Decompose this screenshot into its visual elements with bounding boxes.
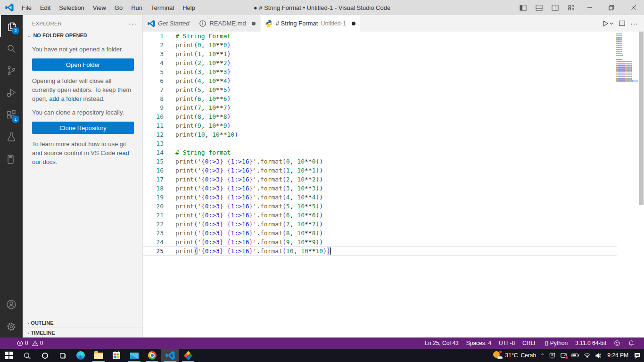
settings-gear-icon[interactable]	[0, 315, 23, 337]
code-line[interactable]: 3print(1, 10**1)	[143, 49, 644, 58]
code-line[interactable]: 14# String format	[143, 148, 644, 157]
source-control-icon[interactable]	[0, 59, 23, 82]
eol-sequence[interactable]: CRLF	[519, 337, 541, 349]
code-line[interactable]: 24print('{0:>3} {1:>16}'.format(9, 10**9…	[143, 238, 644, 247]
menu-help[interactable]: Help	[178, 0, 199, 15]
tab-string-format[interactable]: # String Format Untitled-1	[261, 15, 361, 32]
menu-selection[interactable]: Selection	[55, 0, 88, 15]
code-line[interactable]: 5print(3, 10**3)	[143, 67, 644, 76]
encoding[interactable]: UTF-8	[495, 337, 519, 349]
start-button[interactable]	[0, 349, 18, 362]
tab-readme[interactable]: README.md	[194, 15, 260, 32]
cursor-position[interactable]: Ln 25, Col 43	[421, 337, 462, 349]
weather-widget[interactable]: 31°C Cerah	[493, 351, 537, 360]
microsoft-store-icon[interactable]	[107, 349, 125, 362]
indentation[interactable]: Spaces: 4	[462, 337, 495, 349]
add-a-folder-link[interactable]: add a folder	[49, 95, 82, 102]
code-lines: 1# String Format2print(0, 10**0)3print(1…	[143, 32, 644, 255]
testing-icon[interactable]	[0, 126, 23, 148]
code-line[interactable]: 12print(10, 10**10)	[143, 130, 644, 139]
explorer-more-actions-icon[interactable]: ···	[129, 20, 137, 27]
clone-repository-button[interactable]: Clone Repository	[32, 122, 134, 134]
your-phone-icon[interactable]	[560, 352, 567, 359]
code-line[interactable]: 4print(2, 10**2)	[143, 58, 644, 67]
notifications-bell-icon[interactable]	[624, 337, 638, 349]
file-explorer-icon[interactable]	[90, 349, 107, 362]
minimize-button[interactable]	[579, 0, 601, 15]
python-interpreter[interactable]: 3.11.0 64-bit	[571, 337, 610, 349]
cortana-icon[interactable]	[36, 349, 54, 362]
code-line[interactable]: 18print('{0:>3} {1:>16}'.format(3, 10**3…	[143, 184, 644, 193]
code-line[interactable]: 6print(4, 10**4)	[143, 76, 644, 85]
wifi-icon[interactable]	[584, 353, 591, 358]
menu-view[interactable]: View	[89, 0, 110, 15]
accounts-icon[interactable]	[0, 293, 23, 315]
outline-section[interactable]: › OUTLINE	[23, 318, 142, 328]
editor-scrollbar[interactable]	[639, 32, 644, 337]
language-mode[interactable]: {} Python	[541, 337, 571, 349]
vscode-taskbar-icon[interactable]	[161, 349, 179, 362]
code-line[interactable]: 10print(8, 10**8)	[143, 112, 644, 121]
action-center-icon[interactable]	[634, 352, 641, 359]
section-no-folder-opened[interactable]: ⌄ NO FOLDER OPENED	[23, 32, 142, 41]
cast-device-icon[interactable]	[549, 352, 556, 359]
edge-icon[interactable]	[72, 349, 90, 362]
menu-go[interactable]: Go	[110, 0, 127, 15]
customize-layout-icon[interactable]	[563, 0, 579, 15]
code-line[interactable]: 15print('{0:>3} {1:>16}'.format(0, 10**0…	[143, 157, 644, 166]
mail-icon[interactable]	[125, 349, 143, 362]
run-debug-icon[interactable]	[0, 82, 23, 104]
dirty-indicator[interactable]	[252, 22, 256, 25]
scrollbar-thumb[interactable]	[639, 32, 644, 205]
close-window-button[interactable]	[622, 0, 644, 15]
explorer-icon[interactable]: 2	[0, 15, 23, 37]
split-editor-icon[interactable]	[619, 20, 626, 27]
minimap[interactable]	[616, 33, 638, 82]
run-python-file-button[interactable]	[602, 20, 614, 27]
code-line[interactable]: 1# String Format	[143, 32, 644, 41]
search-icon[interactable]	[0, 37, 23, 59]
problems-indicator[interactable]: 0 0	[13, 337, 47, 349]
code-line[interactable]: 2print(0, 10**0)	[143, 41, 644, 49]
code-line[interactable]: 8print(6, 10**6)	[143, 94, 644, 103]
feedback-icon[interactable]	[610, 337, 624, 349]
code-line[interactable]: 20print('{0:>3} {1:>16}'.format(5, 10**5…	[143, 202, 644, 211]
tab-get-started[interactable]: Get Started	[143, 15, 194, 32]
menu-run[interactable]: Run	[127, 0, 147, 15]
battery-icon[interactable]	[571, 353, 579, 358]
code-line[interactable]: 19print('{0:>3} {1:>16}'.format(4, 10**4…	[143, 193, 644, 202]
code-line[interactable]: 13	[143, 139, 644, 148]
menu-terminal[interactable]: Terminal	[147, 0, 178, 15]
menu-file[interactable]: File	[17, 0, 36, 15]
restore-button[interactable]	[601, 0, 622, 15]
code-editor[interactable]: 1# String Format2print(0, 10**0)3print(1…	[143, 32, 644, 337]
tray-overflow-icon[interactable]: ⌃	[540, 353, 545, 359]
code-line[interactable]: 16print('{0:>3} {1:>16}'.format(1, 10**1…	[143, 166, 644, 175]
task-view-icon[interactable]	[54, 349, 72, 362]
timeline-section[interactable]: › TIMELINE	[23, 328, 142, 337]
open-folder-button[interactable]: Open Folder	[32, 58, 134, 71]
code-line[interactable]: 22print('{0:>3} {1:>16}'.format(7, 10**7…	[143, 220, 644, 229]
editor-more-actions-icon[interactable]: ···	[630, 20, 638, 27]
status-bar: 0 0 Ln 25, Col 43 Spaces: 4 UTF-8 CRLF {…	[0, 337, 644, 349]
extensions-icon[interactable]: 1	[0, 104, 23, 126]
taskbar-search-icon[interactable]	[18, 349, 36, 362]
clock[interactable]: 9:24 PM	[606, 352, 629, 359]
code-line[interactable]: 7print(5, 10**5)	[143, 85, 644, 94]
code-line[interactable]: 23print('{0:>3} {1:>16}'.format(8, 10**8…	[143, 229, 644, 238]
code-line[interactable]: 21print('{0:>3} {1:>16}'.format(6, 10**6…	[143, 211, 644, 220]
split-editor-layout-icon[interactable]	[547, 0, 563, 15]
toggle-sidebar-icon[interactable]	[515, 0, 531, 15]
code-line[interactable]: 17print('{0:>3} {1:>16}'.format(2, 10**2…	[143, 175, 644, 184]
code-line[interactable]: 11print(9, 10**9)	[143, 121, 644, 130]
toggle-panel-icon[interactable]	[531, 0, 547, 15]
menu-edit[interactable]: Edit	[36, 0, 55, 15]
chrome-icon[interactable]	[143, 349, 161, 362]
volume-icon[interactable]	[595, 353, 602, 359]
diamond-app-icon[interactable]	[179, 349, 197, 362]
notebook-icon[interactable]	[0, 148, 23, 170]
code-line[interactable]: 9print(7, 10**7)	[143, 103, 644, 112]
no-folder-text: You have not yet opened a folder.	[32, 45, 134, 54]
code-line[interactable]: 25print('{0:>3} {1:>16}'.format(10, 10**…	[143, 247, 617, 255]
dirty-indicator[interactable]	[352, 22, 355, 25]
